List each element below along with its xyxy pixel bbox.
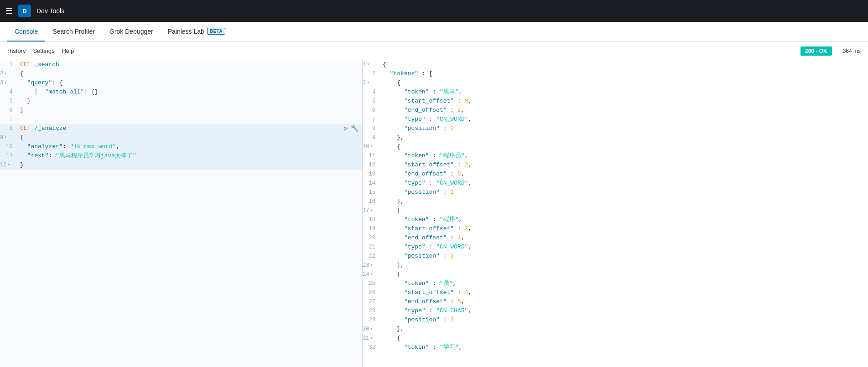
divider-handle[interactable]: ⋮ bbox=[360, 205, 363, 223]
line-code[interactable]: } bbox=[18, 106, 362, 115]
line-number-foldable[interactable]: 24▾ bbox=[363, 270, 381, 279]
line-code[interactable]: GET /_analyze bbox=[18, 124, 344, 133]
line-number: 28 bbox=[363, 306, 381, 315]
line-number-foldable[interactable]: 12▾ bbox=[0, 160, 18, 170]
table-row: 7 bbox=[0, 115, 362, 124]
line-code: { bbox=[381, 60, 868, 69]
table-row: 29 "position" : 3 bbox=[363, 315, 868, 325]
beta-badge: BETA bbox=[207, 28, 225, 35]
wrench-icon[interactable]: 🔧 bbox=[351, 124, 359, 133]
line-number-foldable[interactable]: 17▾ bbox=[363, 206, 381, 215]
line-number-foldable[interactable]: 10▾ bbox=[363, 142, 381, 151]
nav-tabs: Console Search Profiler Grok Debugger Pa… bbox=[0, 22, 868, 42]
line-code: "type" : "CN_WORD", bbox=[381, 115, 868, 124]
line-code[interactable]: } bbox=[18, 97, 362, 106]
line-code[interactable]: "text": "黑马程序员学习java太棒了" bbox=[18, 151, 362, 160]
table-row: 9▾ { bbox=[0, 133, 362, 142]
line-number-foldable[interactable]: 1▾ bbox=[363, 60, 381, 69]
line-code: "position" : 1 bbox=[381, 188, 868, 197]
table-row: 22 "position" : 2 bbox=[363, 252, 868, 261]
editor-content[interactable]: 1 GET _search 2▾ { 3▾ "query": { 4 │ "ma… bbox=[0, 60, 362, 367]
editor-panel: 1 GET _search 2▾ { 3▾ "query": { 4 │ "ma… bbox=[0, 60, 363, 367]
table-row: 7 "type" : "CN_WORD", bbox=[363, 115, 868, 124]
line-number: 11 bbox=[0, 151, 18, 160]
line-code: "start_offset" : 2, bbox=[381, 160, 868, 170]
line-code[interactable]: { bbox=[18, 133, 362, 142]
line-number: 6 bbox=[363, 106, 381, 115]
table-row: 6 "end_offset" : 2, bbox=[363, 106, 868, 115]
line-number: 15 bbox=[363, 188, 381, 197]
line-number: 1 bbox=[0, 60, 18, 69]
line-code[interactable]: { bbox=[18, 69, 362, 78]
line-number-foldable[interactable]: 3▾ bbox=[363, 78, 381, 88]
line-code: "token" : "员", bbox=[381, 279, 868, 288]
line-code bbox=[18, 115, 362, 124]
line-number: 27 bbox=[363, 297, 381, 306]
table-row: 2 "tokens" : [ bbox=[363, 69, 868, 78]
table-row: 15 "position" : 1 bbox=[363, 188, 868, 197]
response-content[interactable]: 1▾ { 2 "tokens" : [ 3▾ { 4 "token" : "黑马… bbox=[363, 60, 868, 367]
tab-painless-lab[interactable]: Painless Lab BETA bbox=[161, 22, 233, 41]
line-code[interactable]: GET _search bbox=[18, 60, 362, 69]
line-number: 19 bbox=[363, 224, 381, 233]
history-button[interactable]: History bbox=[7, 46, 26, 56]
line-number: 14 bbox=[363, 179, 381, 188]
line-number: 4 bbox=[0, 88, 18, 97]
table-row: 18 "token" : "程序", bbox=[363, 215, 868, 224]
tab-console[interactable]: Console bbox=[7, 22, 45, 41]
table-row: 6 } bbox=[0, 106, 362, 115]
top-bar: ☰ D Dev Tools bbox=[0, 0, 868, 22]
line-number: 4 bbox=[363, 88, 381, 97]
line-number: 20 bbox=[363, 233, 381, 243]
main-area: 1 GET _search 2▾ { 3▾ "query": { 4 │ "ma… bbox=[0, 60, 868, 367]
line-number: 22 bbox=[363, 252, 381, 261]
line-number: 18 bbox=[363, 215, 381, 224]
table-row: 11 "text": "黑马程序员学习java太棒了" bbox=[0, 151, 362, 160]
run-icon[interactable]: ▷ bbox=[344, 124, 348, 133]
tab-grok-debugger[interactable]: Grok Debugger bbox=[102, 22, 161, 41]
line-code: { bbox=[381, 142, 868, 151]
line-number: 8 bbox=[363, 124, 381, 133]
table-row: 28 "type" : "CN_CHAR", bbox=[363, 306, 868, 315]
line-number-foldable[interactable]: 2▾ bbox=[0, 69, 18, 78]
line-code: { bbox=[381, 78, 868, 88]
help-button[interactable]: Help bbox=[62, 46, 74, 56]
line-code[interactable]: "analyzer": "ik_max_word", bbox=[18, 142, 362, 151]
table-row: 16 }, bbox=[363, 197, 868, 206]
line-code: "position" : 3 bbox=[381, 315, 868, 325]
response-panel: 1▾ { 2 "tokens" : [ 3▾ { 4 "token" : "黑马… bbox=[363, 60, 868, 367]
line-number-foldable[interactable]: 3▾ bbox=[0, 78, 18, 88]
table-row: 1 GET _search bbox=[0, 60, 362, 69]
line-number-foldable[interactable]: 30▾ bbox=[363, 325, 381, 334]
line-code: "start_offset" : 0, bbox=[381, 97, 868, 106]
line-code: "position" : 0 bbox=[381, 124, 868, 133]
table-row: 14 "type" : "CN_WORD", bbox=[363, 179, 868, 188]
table-row: 2▾ { bbox=[0, 69, 362, 78]
tab-search-profiler[interactable]: Search Profiler bbox=[45, 22, 102, 41]
response-time: 364 ms bbox=[843, 48, 861, 54]
line-code[interactable]: } bbox=[18, 160, 362, 170]
line-code: "start_offset" : 4, bbox=[381, 288, 868, 297]
line-number: 7 bbox=[0, 115, 18, 124]
line-number-foldable[interactable]: 31▾ bbox=[363, 334, 381, 343]
line-number: 29 bbox=[363, 315, 381, 325]
line-code[interactable]: │ "match_all": {} bbox=[18, 88, 362, 97]
table-row: 17▾ { bbox=[363, 206, 868, 215]
line-code: "type" : "CN_WORD", bbox=[381, 179, 868, 188]
line-code[interactable]: "query": { bbox=[18, 78, 362, 88]
line-code: }, bbox=[381, 261, 868, 270]
settings-button[interactable]: Settings bbox=[33, 46, 54, 56]
line-code: "token" : "程序", bbox=[381, 215, 868, 224]
line-code: "token" : "黑马", bbox=[381, 88, 868, 97]
table-row: 27 "end_offset" : 5, bbox=[363, 297, 868, 306]
line-number: 13 bbox=[363, 170, 381, 179]
hamburger-icon[interactable]: ☰ bbox=[5, 6, 13, 16]
table-row: 26 "start_offset" : 4, bbox=[363, 288, 868, 297]
line-number: 25 bbox=[363, 279, 381, 288]
table-row: 1▾ { bbox=[363, 60, 868, 69]
line-number: 5 bbox=[363, 97, 381, 106]
line-number-foldable[interactable]: 9▾ bbox=[0, 133, 18, 142]
table-row: 32 "token" : "学习", bbox=[363, 343, 868, 352]
table-row: 12▾ } bbox=[0, 160, 362, 170]
line-number-foldable[interactable]: 23▾ bbox=[363, 261, 381, 270]
